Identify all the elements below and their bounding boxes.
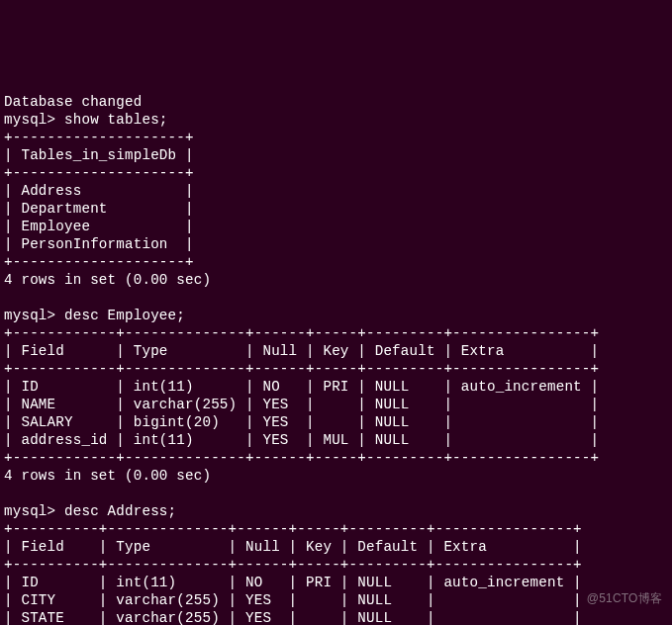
terminal-output: Database changed mysql> show tables; +--… [4, 75, 668, 625]
table-border: +------------+--------------+------+----… [4, 450, 599, 466]
table-border: +--------------------+ [4, 130, 194, 145]
table-row: | ID | int(11) | NO | PRI | NULL | auto_… [4, 379, 599, 395]
prompt-line: mysql> desc Address; [4, 503, 176, 519]
table-border: +--------------------+ [4, 254, 194, 270]
table-row: | NAME | varchar(255) | YES | | NULL | | [4, 397, 599, 412]
result-line: 4 rows in set (0.00 sec) [4, 468, 211, 484]
table-row: | Address | [4, 183, 194, 199]
table-border: +----------+--------------+------+-----+… [4, 557, 582, 573]
table-row: | SALARY | bigint(20) | YES | | NULL | | [4, 414, 599, 430]
table-header: | Field | Type | Null | Key | Default | … [4, 343, 599, 359]
table-row: | PersonInformation | [4, 236, 194, 252]
prompt-line: mysql> desc Employee; [4, 308, 185, 323]
table-row: | Employee | [4, 219, 194, 234]
table-border: +------------+--------------+------+----… [4, 325, 599, 341]
table-row: | address_id | int(11) | YES | MUL | NUL… [4, 432, 599, 448]
table-header: | Field | Type | Null | Key | Default | … [4, 539, 582, 555]
status-line: Database changed [4, 94, 142, 110]
table-border: +------------+--------------+------+----… [4, 361, 599, 377]
table-row: | STATE | varchar(255) | YES | | NULL | … [4, 610, 582, 625]
table-row: | CITY | varchar(255) | YES | | NULL | | [4, 592, 582, 608]
table-border: +--------------------+ [4, 165, 194, 181]
watermark-text: @51CTO博客 [587, 589, 662, 607]
table-row: | ID | int(11) | NO | PRI | NULL | auto_… [4, 575, 582, 590]
table-header: | Tables_in_simpleDb | [4, 147, 194, 163]
table-border: +----------+--------------+------+-----+… [4, 521, 582, 537]
result-line: 4 rows in set (0.00 sec) [4, 272, 211, 288]
table-row: | Department | [4, 201, 194, 217]
prompt-line: mysql> show tables; [4, 112, 168, 128]
